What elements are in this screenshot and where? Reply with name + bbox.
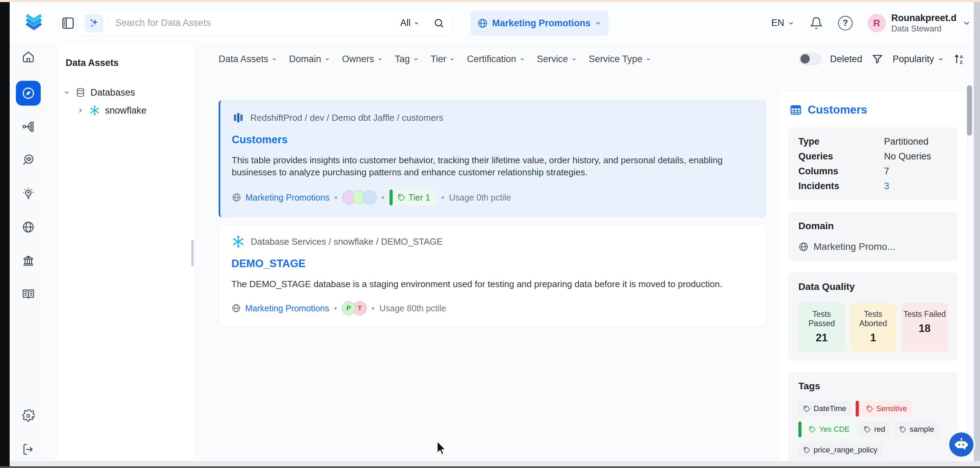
usage-percentile: Usage 80th pctile xyxy=(380,303,446,313)
tag-icon xyxy=(398,194,406,201)
user-name: Rounakpreet.d xyxy=(891,13,956,24)
user-menu[interactable]: R Rounakpreet.d Data Steward xyxy=(868,13,971,33)
owner-avatar-group[interactable] xyxy=(342,190,377,204)
help-icon[interactable] xyxy=(838,16,853,30)
summary-entity-title[interactable]: Customers xyxy=(808,103,867,116)
app-logo-icon[interactable] xyxy=(23,13,45,32)
ai-sparkle-icon[interactable] xyxy=(84,14,103,32)
tag-chip-datetime[interactable]: DateTime xyxy=(799,401,851,417)
screen-top-edge xyxy=(0,0,980,2)
chevron-down-icon xyxy=(413,56,419,62)
svg-text:A: A xyxy=(960,54,963,59)
filter-funnel-icon[interactable] xyxy=(871,53,884,65)
nav-glossary-icon[interactable] xyxy=(16,284,41,304)
chat-assistant-button[interactable] xyxy=(948,431,975,458)
card-title-link[interactable]: Customers xyxy=(232,133,288,146)
tag-chip-price-range-policy[interactable]: price_range_policy xyxy=(799,442,882,458)
result-card-demo-stage[interactable]: Database Services / snowflake / DEMO_STA… xyxy=(219,224,766,327)
globe-icon xyxy=(477,18,488,29)
deleted-toggle[interactable] xyxy=(799,53,821,65)
chevron-down-icon[interactable] xyxy=(962,19,971,28)
tag-chip-list: DateTime Sensitive Yes CDE xyxy=(799,401,948,458)
chevron-down-icon xyxy=(271,56,277,62)
tree-node-databases[interactable]: Databases xyxy=(63,84,195,102)
stat-label: Tests Failed xyxy=(903,309,947,319)
tests-passed-stat: Tests Passed 21 xyxy=(799,303,845,352)
chevron-down-icon[interactable] xyxy=(63,89,70,96)
domain-selector-button[interactable]: Marketing Promotions xyxy=(470,11,608,36)
filter-data-assets[interactable]: Data Assets xyxy=(219,54,277,65)
app-screen: All Marketing Promotions EN xyxy=(0,0,980,468)
filter-certification[interactable]: Certification xyxy=(467,54,525,65)
language-selector[interactable]: EN xyxy=(771,17,795,28)
tag-accent-bar xyxy=(856,401,859,417)
owner-avatar-group[interactable]: P T xyxy=(342,301,367,315)
nav-insights-icon[interactable] xyxy=(16,184,41,203)
chevron-down-icon xyxy=(324,56,330,62)
chevron-down-icon xyxy=(937,56,944,62)
tree-scrollbar-thumb[interactable] xyxy=(191,240,194,266)
filter-tag[interactable]: Tag xyxy=(395,54,419,65)
chevron-right-icon[interactable] xyxy=(77,107,84,114)
nav-home-icon[interactable] xyxy=(16,47,41,67)
sort-field-dropdown[interactable]: Popularity xyxy=(892,54,944,65)
filter-label: Domain xyxy=(289,54,321,65)
tag-chip-sensitive[interactable]: Sensitive xyxy=(856,401,912,417)
tag-label: Sensitive xyxy=(877,404,907,413)
sort-order-icon[interactable]: A Z xyxy=(953,53,966,65)
screen-bottom-edge xyxy=(0,466,980,468)
card-domain-link[interactable]: Marketing Promotions xyxy=(245,193,329,203)
tag-chip-sample[interactable]: sample xyxy=(894,421,939,437)
info-label: Incidents xyxy=(799,181,884,192)
search-icon[interactable] xyxy=(433,17,444,29)
nav-observability-icon[interactable] xyxy=(16,151,41,170)
card-title-link[interactable]: DEMO_STAGE xyxy=(231,257,305,270)
nav-settings-icon[interactable] xyxy=(16,406,41,425)
card-breadcrumb[interactable]: Database Services / snowflake / DEMO_STA… xyxy=(251,236,443,247)
nav-domains-icon[interactable] xyxy=(16,217,41,237)
asset-tree: Databases snowflake xyxy=(63,84,195,119)
tag-chip-red[interactable]: red xyxy=(859,421,890,437)
global-search-bar[interactable]: All xyxy=(77,10,452,36)
result-card-customers[interactable]: RedshiftProd / dev / Demo dbt Jaffle / c… xyxy=(219,100,766,217)
search-input[interactable] xyxy=(109,17,400,28)
card-footer: Marketing Promotions Tier 1 xyxy=(232,189,753,205)
nav-explore-icon[interactable] xyxy=(16,81,41,106)
tag-icon xyxy=(809,426,816,433)
tag-chip-yes-cde[interactable]: Yes CDE xyxy=(799,421,854,437)
nav-logout-icon[interactable] xyxy=(16,440,41,459)
sort-field-label: Popularity xyxy=(892,54,934,65)
user-avatar[interactable]: R xyxy=(868,14,886,32)
card-header: Database Services / snowflake / DEMO_STA… xyxy=(231,235,753,249)
entity-summary-panel: Customers Type Partitioned Queries No Qu… xyxy=(779,90,967,468)
filter-service[interactable]: Service xyxy=(537,54,577,65)
tag-icon xyxy=(864,426,871,433)
card-domain-link[interactable]: Marketing Promotions xyxy=(245,303,329,313)
filter-domain[interactable]: Domain xyxy=(289,54,330,65)
info-value: No Queries xyxy=(884,151,948,162)
owner-avatar[interactable]: P xyxy=(342,301,356,315)
nav-governance-icon[interactable] xyxy=(16,251,41,270)
dot-separator xyxy=(334,193,337,203)
nav-lineage-icon[interactable] xyxy=(16,117,41,136)
notifications-bell-icon[interactable] xyxy=(810,17,823,30)
filter-label: Certification xyxy=(467,54,516,65)
dot-separator xyxy=(334,303,337,313)
sidebar-collapse-icon[interactable] xyxy=(61,16,75,30)
owner-avatar[interactable] xyxy=(363,190,377,204)
search-scope-dropdown[interactable]: All xyxy=(400,17,420,28)
filter-service-type[interactable]: Service Type xyxy=(589,54,652,65)
filter-bar: Data Assets Domain Owners Tag Tier Certi… xyxy=(219,53,966,65)
filter-owners[interactable]: Owners xyxy=(342,54,383,65)
test-stats-row: Tests Passed 21 Tests Aborted 1 Tests Fa… xyxy=(799,303,948,352)
stat-label: Tests Passed xyxy=(800,309,843,328)
card-breadcrumb[interactable]: RedshiftProd / dev / Demo dbt Jaffle / c… xyxy=(250,113,443,123)
domain-value-row[interactable]: Marketing Promo... xyxy=(799,241,948,252)
tree-node-snowflake[interactable]: snowflake xyxy=(63,102,195,119)
window-scrollbar-track[interactable] xyxy=(974,0,980,468)
incidents-count-link[interactable]: 3 xyxy=(884,181,948,192)
tag-label: red xyxy=(874,425,885,434)
svg-text:Z: Z xyxy=(960,60,963,65)
filter-tier[interactable]: Tier xyxy=(431,54,455,65)
panel-scrollbar-thumb[interactable] xyxy=(967,85,972,136)
